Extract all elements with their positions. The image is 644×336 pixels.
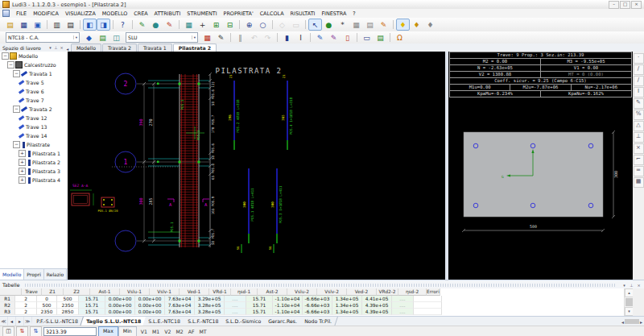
point-icon[interactable]: · [634, 53, 644, 64]
cross-icon[interactable]: × [634, 143, 644, 154]
tree-item[interactable]: + Pilastrata 4 [0, 176, 68, 185]
tree-item[interactable]: − Pilastrate [0, 140, 68, 149]
move-node-icon[interactable]: + [196, 19, 209, 31]
close-icon[interactable]: × [636, 283, 642, 288]
minmax-button[interactable]: Max [98, 326, 118, 336]
save-icon[interactable]: ▦ [17, 19, 31, 31]
polyline-icon[interactable]: / [634, 76, 644, 86]
tree-expander[interactable]: + [19, 150, 26, 157]
zoom-window-icon[interactable]: ○ [256, 19, 270, 31]
tree-expander[interactable]: − [2, 52, 9, 60]
sort-down-icon[interactable]: ⇅ [30, 326, 42, 336]
tree-item[interactable]: Trave 14 [0, 131, 68, 140]
menu-item[interactable]: RISULTATI [287, 10, 319, 18]
triangle-icon[interactable]: △ [634, 121, 644, 131]
dropdown-icon[interactable]: ▾ [47, 45, 53, 50]
tree-expander[interactable]: + [19, 168, 26, 175]
column-header[interactable]: Vslu-2 [287, 288, 317, 296]
menu-item[interactable]: FILE [13, 10, 30, 18]
open-icon[interactable]: ▤ [3, 19, 17, 31]
tree-item[interactable]: + Pilastrata 3 [0, 167, 68, 176]
text-icon[interactable]: I [634, 87, 644, 97]
undo-icon[interactable]: ↶ [247, 31, 261, 44]
column-header[interactable]: Trave [22, 288, 42, 296]
pencil-red-icon[interactable]: ✎ [163, 19, 176, 31]
preview-icon[interactable]: ◫ [2, 326, 14, 336]
pen-icon[interactable]: ✎ [634, 98, 644, 109]
column-header[interactable]: VRd-1 [209, 288, 231, 296]
menu-item[interactable]: STRUMENTI [184, 10, 220, 18]
column-header[interactable]: Ved-2 [347, 288, 377, 296]
print-icon[interactable]: ▥ [50, 19, 64, 31]
table-row[interactable]: R2 25002350 15.710.00e+000.00e+00 7.63e+… [0, 302, 624, 309]
menu-item[interactable]: MODIFICA [30, 10, 62, 18]
tree-item[interactable]: − Calcestruzzo [0, 60, 68, 69]
render-icon[interactable]: ● [322, 19, 336, 31]
grid-icon[interactable]: ▦ [349, 19, 363, 31]
column-header[interactable]: Ast-1 [90, 288, 120, 296]
section-view-panel[interactable]: Trave: 9 Prop.: 3 Sez.in: 213.39 M2 = 0.… [448, 52, 633, 280]
stirrup-icon[interactable]: ▭ [360, 31, 374, 44]
column-header[interactable]: Errori [427, 288, 440, 296]
sort-up-icon[interactable]: ⇅ [16, 326, 28, 336]
hscroll-thumb[interactable] [625, 319, 639, 324]
tree-expander[interactable]: + [19, 159, 26, 166]
column-header[interactable]: Z2 [64, 288, 90, 296]
pen-blue-icon[interactable]: ✎ [313, 31, 327, 44]
menu-item[interactable]: CALCOLA [257, 10, 287, 18]
zoom-page-icon[interactable]: ▭ [289, 19, 303, 31]
menu-item[interactable]: VISUALIZZA [62, 10, 99, 18]
print-drawing-icon[interactable]: ▤ [363, 19, 377, 31]
workspace-tab[interactable]: Propri [24, 269, 43, 280]
column-icon[interactable]: ▮ [280, 31, 294, 44]
beam-section-icon[interactable]: I [294, 31, 308, 44]
verify-icon[interactable]: ◆ [82, 31, 96, 44]
properties-icon[interactable]: * [336, 19, 349, 31]
norm-select[interactable]: NTC18 - C.A. ▾ [6, 32, 80, 43]
print-preview-icon[interactable]: ▤ [64, 19, 77, 31]
diagram-toggle[interactable]: M1 [150, 329, 162, 334]
tree-item[interactable]: − Travata 2 [0, 105, 68, 114]
sheet-edit-icon[interactable]: ✎ [214, 31, 228, 44]
workspace-tab[interactable]: Relazio [44, 269, 67, 280]
column-header[interactable]: Vslv-1 [150, 288, 180, 296]
column-header[interactable]: Ast-2 [258, 288, 287, 296]
load-case-select[interactable]: SLU ▾ [126, 32, 198, 43]
tree-item[interactable]: Trave 12 [0, 114, 68, 122]
tree-item[interactable]: + Pilastrata 2 [0, 158, 68, 167]
menu-item[interactable]: ? [349, 10, 358, 18]
menu-item[interactable]: FINESTRA [318, 10, 349, 18]
column-header[interactable]: Vslu-1 [120, 288, 150, 296]
minmax-button[interactable]: Min [118, 326, 137, 336]
pin-icon[interactable]: ⊥ [53, 45, 59, 50]
corner-icon[interactable]: ⌐ [634, 155, 644, 165]
document-tab[interactable]: Modello [71, 44, 101, 52]
document-tab[interactable]: Travata 1 [138, 44, 172, 52]
sheet-new-icon[interactable]: ▤ [374, 31, 387, 44]
column-header[interactable]: Vslv-2 [317, 288, 347, 296]
pan-icon[interactable]: ◇ [275, 19, 289, 31]
menu-item[interactable]: ATTRIBUTI [151, 10, 184, 18]
selection-table-icon[interactable]: ▦ [182, 19, 196, 31]
help-pointer-icon[interactable]: ? [116, 19, 130, 31]
maximize-button[interactable]: □ [620, 1, 630, 9]
diagram-toggle[interactable]: M2 [173, 329, 185, 334]
light-off-icon[interactable]: ♦ [423, 19, 437, 31]
dropdown-icon[interactable]: ▾ [621, 283, 627, 288]
document-tab[interactable]: Travata 2 [102, 44, 137, 52]
pen-purple-icon[interactable]: ✎ [327, 31, 341, 44]
menu-item[interactable]: CREA [130, 10, 151, 18]
notebook-icon[interactable]: ▤ [96, 31, 109, 44]
zoom-previous-icon[interactable]: ⊟ [223, 19, 237, 31]
document-tab[interactable]: Pilastrata 2 [173, 44, 217, 52]
column-header[interactable]: VRd2-2 [377, 288, 398, 296]
grid-red-icon[interactable]: ▦ [200, 31, 214, 44]
diagram-toggle[interactable]: AF [186, 329, 197, 334]
close-icon[interactable]: × [59, 45, 64, 50]
zoom-extents-icon[interactable]: ⊞ [209, 19, 223, 31]
hscroll-right-icon[interactable]: ▸ [640, 319, 642, 325]
tree-expander[interactable]: − [7, 61, 14, 68]
table-icon[interactable]: ◫ [109, 31, 123, 44]
document-icon[interactable] [2, 10, 10, 17]
column-header[interactable]: ηsd-2 [398, 288, 427, 296]
